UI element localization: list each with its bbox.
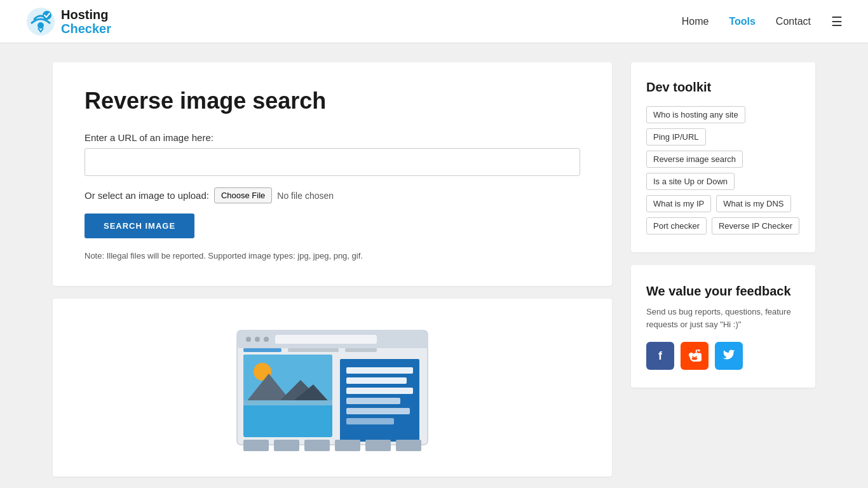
page-container: Reverse image search Enter a URL of an i… [27, 43, 841, 488]
search-card: Reverse image search Enter a URL of an i… [53, 62, 612, 286]
svg-rect-31 [365, 440, 391, 451]
main-content: Reverse image search Enter a URL of an i… [53, 62, 612, 477]
toolkit-tag[interactable]: Reverse image search [646, 151, 743, 168]
no-file-text: No file chosen [277, 191, 334, 201]
svg-point-8 [264, 337, 269, 342]
svg-rect-21 [346, 398, 400, 404]
svg-rect-28 [274, 440, 299, 451]
choose-file-button[interactable]: Choose File [214, 187, 272, 203]
illustration-svg [224, 324, 440, 451]
svg-rect-25 [288, 348, 339, 352]
svg-rect-16 [243, 400, 332, 405]
toolkit-tag[interactable]: What is my IP [646, 195, 711, 212]
svg-rect-19 [346, 377, 407, 384]
svg-rect-9 [275, 335, 377, 344]
svg-rect-20 [346, 388, 413, 394]
page-title: Reverse image search [85, 88, 580, 114]
file-upload-label: Or select an image to upload: [85, 190, 209, 201]
feedback-title: We value your feedback [646, 283, 800, 299]
twitter-icon [722, 348, 735, 364]
twitter-button[interactable] [715, 342, 743, 370]
facebook-button[interactable]: f [646, 342, 674, 370]
logo[interactable]: Hosting Checker [25, 6, 111, 37]
svg-rect-24 [243, 348, 281, 352]
svg-rect-30 [335, 440, 360, 451]
main-nav: Home Tools Contact ☰ [682, 14, 843, 29]
file-upload-row: Or select an image to upload: Choose Fil… [85, 187, 580, 203]
svg-rect-29 [304, 440, 330, 451]
svg-point-1 [37, 22, 44, 29]
search-image-button[interactable]: SEARCH IMAGE [85, 214, 194, 238]
toolkit-title: Dev toolkit [646, 80, 800, 95]
header: Hosting Checker Home Tools Contact ☰ [0, 0, 868, 43]
feedback-card: We value your feedback Send us bug repor… [631, 265, 815, 388]
svg-point-7 [255, 337, 260, 342]
svg-rect-26 [345, 348, 377, 352]
logo-hosting-text: Hosting [61, 8, 111, 22]
nav-home[interactable]: Home [682, 16, 709, 27]
toolkit-tag[interactable]: Who is hosting any site [646, 106, 745, 123]
svg-point-6 [246, 337, 251, 342]
toolkit-tag[interactable]: What is my DNS [716, 195, 790, 212]
toolkit-tags: Who is hosting any sitePing IP/URLRevers… [646, 106, 800, 234]
feedback-desc: Send us bug reports, questions, feature … [646, 306, 800, 330]
reddit-button[interactable] [681, 342, 709, 370]
nav-contact[interactable]: Contact [776, 16, 811, 27]
toolkit-tag[interactable]: Ping IP/URL [646, 128, 706, 146]
svg-rect-32 [396, 440, 421, 451]
toolkit-tag[interactable]: Port checker [646, 217, 707, 234]
toolkit-tag[interactable]: Is a site Up or Down [646, 173, 735, 190]
hamburger-icon[interactable]: ☰ [831, 14, 843, 29]
toolkit-tag[interactable]: Reverse IP Checker [712, 217, 799, 234]
svg-rect-22 [346, 408, 410, 414]
logo-icon [25, 6, 56, 37]
facebook-icon: f [658, 349, 662, 363]
illustration-card [53, 299, 612, 477]
nav-tools[interactable]: Tools [729, 16, 755, 27]
reddit-icon [688, 348, 702, 365]
svg-rect-23 [346, 418, 394, 424]
dev-toolkit-card: Dev toolkit Who is hosting any sitePing … [631, 62, 815, 252]
svg-rect-18 [346, 367, 413, 374]
svg-rect-27 [243, 440, 269, 451]
url-input-label: Enter a URL of an image here: [85, 132, 580, 143]
sidebar: Dev toolkit Who is hosting any sitePing … [631, 62, 815, 388]
note-text: Note: Illegal files will be reported. Su… [85, 251, 580, 261]
social-icons: f [646, 342, 800, 370]
logo-checker-text: Checker [61, 22, 111, 36]
url-input[interactable] [85, 148, 580, 176]
